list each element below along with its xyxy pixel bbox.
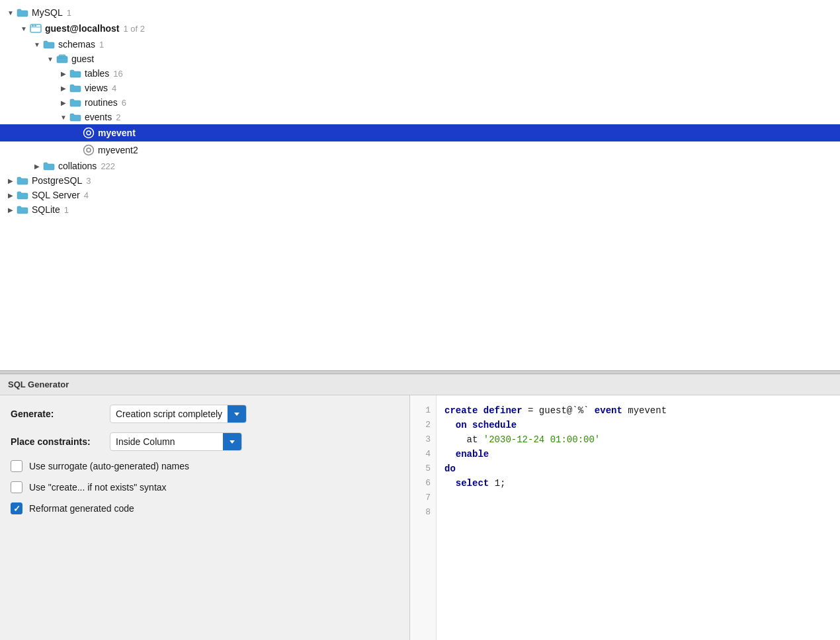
line-num-6: 6 (425, 476, 436, 491)
events-count: 2 (116, 112, 120, 122)
guest-localhost-label: guest@localhost (45, 23, 119, 34)
arrow-myevent2 (71, 145, 82, 155)
tree-item-guest-localhost[interactable]: guest@localhost 1 of 2 (0, 20, 840, 37)
arrow-schemas (32, 39, 42, 50)
code-line-4: enable (444, 447, 832, 461)
checkbox-create-if-not-exists-row: Use "create... if not exists" syntax (11, 481, 399, 493)
connection-icon (29, 22, 42, 35)
sql-generator-header: SQL Generator (0, 374, 840, 395)
routines-label: routines (85, 97, 118, 108)
arrow-routines (58, 97, 69, 108)
tree-item-myevent2[interactable]: myevent2 (0, 141, 840, 159)
tables-label: tables (85, 68, 109, 79)
svg-rect-3 (34, 25, 36, 26)
tree-item-sqlite[interactable]: SQLite 1 (0, 202, 840, 217)
svg-point-6 (84, 128, 94, 138)
schemas-folder-icon (42, 39, 56, 50)
checkbox-surrogate[interactable] (11, 460, 22, 472)
postgresql-count: 3 (86, 176, 91, 186)
views-label: views (85, 83, 108, 93)
generate-row: Generate: Creation script completely (11, 405, 399, 423)
guest-schema-label: guest (71, 54, 94, 64)
myevent-icon (82, 126, 95, 140)
code-line-6: select 1; (444, 476, 832, 491)
generate-dropdown-btn[interactable] (228, 405, 246, 423)
svg-point-8 (84, 145, 94, 155)
sql-generator-panel: SQL Generator Generate: Creation script … (0, 374, 840, 640)
arrow-guest-schema (45, 54, 56, 64)
guest-localhost-count: 1 of 2 (123, 24, 145, 34)
line-num-1: 1 (425, 403, 436, 418)
tree-item-guest-schema[interactable]: guest (0, 52, 840, 66)
svg-rect-5 (59, 55, 65, 56)
tree-item-myevent[interactable]: myevent (0, 124, 840, 141)
postgresql-folder-icon (16, 175, 29, 186)
arrow-postgresql (5, 175, 16, 186)
sql-controls: Generate: Creation script completely Pla… (0, 395, 410, 640)
checkbox-surrogate-label: Use surrogate (auto-generated) names (29, 461, 189, 471)
sqlite-folder-icon (16, 204, 29, 215)
code-line-7 (444, 491, 832, 505)
line-num-5: 5 (425, 461, 436, 476)
place-constraints-select-value: Inside Column (110, 432, 223, 451)
tree-item-collations[interactable]: collations 222 (0, 159, 840, 173)
code-line-8 (444, 505, 832, 520)
tree-item-sqlserver[interactable]: SQL Server 4 (0, 188, 840, 202)
schemas-count: 1 (99, 40, 104, 50)
tables-count: 16 (113, 69, 122, 79)
checkbox-create-if-not-exists[interactable] (11, 481, 22, 493)
generate-select[interactable]: Creation script completely (110, 405, 247, 423)
tree-item-schemas[interactable]: schemas 1 (0, 37, 840, 52)
line-num-2: 2 (425, 418, 436, 432)
place-constraints-dropdown-btn[interactable] (223, 432, 241, 451)
arrow-views (58, 83, 69, 93)
routines-count: 6 (122, 98, 126, 108)
postgresql-label: PostgreSQL (32, 175, 82, 186)
generate-select-value: Creation script completely (110, 405, 228, 423)
checkbox-reformat-row: Reformat generated code (11, 502, 399, 514)
checkbox-surrogate-row: Use surrogate (auto-generated) names (11, 460, 399, 472)
sqlserver-count: 4 (84, 190, 89, 200)
mysql-folder-icon (16, 7, 29, 18)
sql-code-area: 1 2 3 4 5 6 7 8 create definer = guest@`… (410, 395, 840, 640)
arrow-myevent (71, 128, 82, 138)
sqlserver-folder-icon (16, 190, 29, 200)
arrow-sqlserver (5, 190, 16, 200)
mysql-label: MySQL (32, 7, 63, 18)
code-line-5: do (444, 461, 832, 476)
events-label: events (85, 112, 112, 122)
tree-item-postgresql[interactable]: PostgreSQL 3 (0, 173, 840, 188)
collations-label: collations (58, 161, 97, 171)
place-constraints-row: Place constraints: Inside Column (11, 432, 399, 451)
place-constraints-select[interactable]: Inside Column (110, 432, 242, 451)
sqlite-count: 1 (64, 205, 69, 215)
arrow-mysql (5, 7, 16, 18)
collations-count: 222 (101, 161, 115, 171)
tree-item-mysql[interactable]: MySQL 1 (0, 5, 840, 20)
line-num-4: 4 (425, 447, 436, 461)
code-line-1: create definer = guest@`%` event myevent (444, 403, 832, 418)
collations-folder-icon (42, 161, 56, 171)
line-num-3: 3 (425, 432, 436, 447)
arrow-collations (32, 161, 42, 171)
views-folder-icon (69, 83, 82, 93)
line-numbers: 1 2 3 4 5 6 7 8 (410, 395, 437, 640)
sqlite-label: SQLite (32, 204, 60, 215)
arrow-events (58, 112, 69, 122)
tables-folder-icon (69, 68, 82, 79)
tree-item-routines[interactable]: routines 6 (0, 95, 840, 110)
schemas-label: schemas (58, 39, 95, 50)
arrow-guest-localhost (19, 23, 29, 34)
checkbox-reformat-label: Reformat generated code (29, 503, 134, 514)
tree-item-events[interactable]: events 2 (0, 110, 840, 124)
checkbox-reformat[interactable] (11, 502, 22, 514)
tree-item-tables[interactable]: tables 16 (0, 66, 840, 81)
sql-generator-title: SQL Generator (8, 380, 69, 389)
arrow-sqlite (5, 204, 16, 215)
svg-point-9 (87, 148, 91, 152)
code-line-2: on schedule (444, 418, 832, 432)
generate-label: Generate: (11, 409, 110, 419)
events-folder-icon (69, 112, 82, 122)
arrow-tables (58, 68, 69, 79)
tree-item-views[interactable]: views 4 (0, 81, 840, 95)
